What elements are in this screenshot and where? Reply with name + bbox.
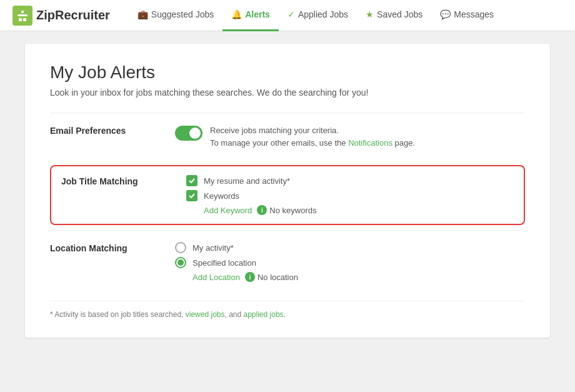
location-matching-section: Location Matching My activity* Specified…	[50, 230, 525, 288]
email-preferences-content: Receive jobs matching your criteria. To …	[175, 124, 525, 149]
viewed-jobs-link[interactable]: viewed jobs	[186, 310, 225, 319]
page-wrapper: My Job Alerts Look in your inbox for job…	[0, 31, 575, 350]
checkbox-resume-icon[interactable]	[186, 175, 198, 186]
no-location-label: No location	[258, 273, 298, 282]
nav-saved-jobs-label: Saved Jobs	[377, 9, 422, 19]
toggle-description: Receive jobs matching your criteria. To …	[210, 124, 415, 149]
job-title-highlight-box: Job Title Matching My resume and activit…	[50, 165, 525, 225]
check-icon: ✓	[288, 9, 295, 19]
toggle-desc-line1: Receive jobs matching your criteria.	[210, 124, 415, 137]
job-title-matching-section: Job Title Matching My resume and activit…	[50, 165, 525, 225]
radio-activity[interactable]	[175, 242, 186, 253]
location-content: My activity* Specified location Add Loca…	[175, 242, 525, 282]
toggle-desc-line2-end: page.	[392, 138, 415, 148]
nav-items: 💼 Suggested Jobs 🔔 Alerts ✓ Applied Jobs…	[129, 0, 502, 31]
checkbox-keywords-icon[interactable]	[186, 190, 198, 201]
notifications-link[interactable]: Notifications	[348, 138, 392, 148]
subtitle-gray: We do the searching for you!	[257, 88, 369, 98]
navigation: ZipRecruiter 💼 Suggested Jobs 🔔 Alerts ✓…	[0, 0, 575, 31]
add-location-link[interactable]: Add Location	[192, 273, 240, 282]
email-preferences-toggle[interactable]	[175, 126, 202, 141]
subtitle-green: Look in your inbox for jobs matching the…	[50, 88, 254, 98]
email-preferences-label: Email Preferences	[50, 124, 175, 136]
no-keywords-badge: i No keywords	[257, 205, 316, 215]
nav-alerts-label: Alerts	[245, 9, 270, 19]
svg-rect-4	[23, 18, 26, 21]
info-icon-keywords: i	[257, 205, 267, 215]
footer-note3: .	[284, 310, 286, 319]
subtitle: Look in your inbox for jobs matching the…	[50, 88, 525, 98]
job-title-label: Job Title Matching	[61, 175, 186, 186]
nav-suggested-jobs-label: Suggested Jobs	[151, 9, 214, 19]
job-title-content: My resume and activity* Keywords Add Key…	[186, 175, 514, 215]
radio-row-activity: My activity*	[175, 242, 525, 253]
checkmark-icon	[188, 177, 196, 184]
chat-icon: 💬	[440, 9, 451, 19]
radio-specified-inner	[178, 259, 184, 266]
nav-suggested-jobs[interactable]: 💼 Suggested Jobs	[129, 0, 222, 31]
main-card: My Job Alerts Look in your inbox for job…	[25, 44, 550, 338]
nav-alerts[interactable]: 🔔 Alerts	[222, 0, 279, 31]
no-keywords-label: No keywords	[269, 206, 316, 215]
briefcase-icon: 💼	[138, 9, 148, 19]
footer-note: * Activity is based on job titles search…	[50, 301, 525, 319]
nav-messages-label: Messages	[454, 9, 494, 19]
footer-note2: , and	[224, 310, 243, 319]
logo-text: ZipRecruiter	[36, 8, 110, 23]
keyword-action-row: Add Keyword i No keywords	[204, 205, 514, 215]
star-icon: ★	[366, 9, 374, 19]
location-label: Location Matching	[50, 242, 175, 253]
no-location-badge: i No location	[245, 272, 298, 282]
toggle-desc-line2: To manage your other emails, use the Not…	[210, 137, 415, 149]
email-preferences-section: Email Preferences Receive jobs matching …	[50, 113, 525, 160]
nav-saved-jobs[interactable]: ★ Saved Jobs	[357, 0, 431, 31]
logo[interactable]: ZipRecruiter	[12, 6, 110, 26]
location-action-row: Add Location i No location	[192, 272, 525, 282]
svg-rect-1	[18, 14, 28, 16]
nav-applied-jobs-label: Applied Jobs	[298, 9, 348, 19]
checkbox-row-keywords: Keywords	[186, 190, 514, 201]
logo-icon	[12, 6, 32, 26]
radio-specified[interactable]	[175, 257, 186, 268]
bell-icon: 🔔	[231, 9, 242, 19]
radio-row-specified: Specified location	[175, 257, 525, 268]
applied-jobs-link[interactable]: applied jobs	[244, 310, 284, 319]
toggle-desc-line2-text: To manage your other emails, use the	[210, 138, 348, 148]
svg-rect-2	[21, 11, 24, 13]
page-title: My Job Alerts	[50, 63, 525, 83]
nav-applied-jobs[interactable]: ✓ Applied Jobs	[279, 0, 357, 31]
checkmark-icon2	[188, 192, 196, 199]
radio-activity-label: My activity*	[192, 243, 234, 253]
nav-messages[interactable]: 💬 Messages	[431, 0, 502, 31]
toggle-row: Receive jobs matching your criteria. To …	[175, 124, 525, 149]
radio-specified-label: Specified location	[192, 258, 256, 268]
checkbox-resume-label: My resume and activity*	[204, 176, 290, 186]
checkbox-keywords-label: Keywords	[204, 191, 239, 201]
info-icon-location: i	[245, 272, 255, 282]
toggle-thumb	[189, 128, 201, 139]
add-keyword-link[interactable]: Add Keyword	[204, 206, 252, 215]
checkbox-row-resume: My resume and activity*	[186, 175, 514, 186]
footer-note-text: * Activity is based on job titles search…	[50, 310, 186, 319]
svg-rect-3	[19, 18, 22, 21]
